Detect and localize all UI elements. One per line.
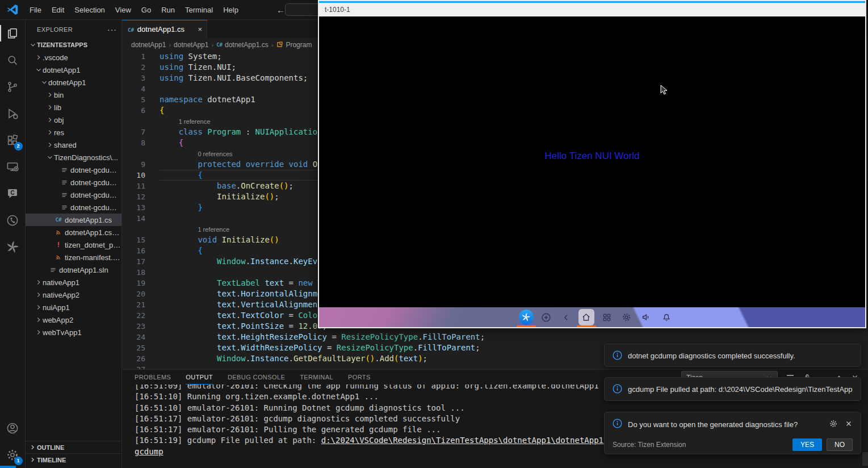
panel-tab-problems[interactable]: PROBLEMS: [135, 370, 171, 385]
folder-nuiapp1[interactable]: nuiApp1: [26, 301, 121, 314]
panel-scrollbar[interactable]: [862, 452, 868, 466]
file-dotnetapp1-csproj[interactable]: dotnetApp1.csproj: [26, 226, 121, 239]
notification-gcdump-complete[interactable]: dotnet gcdump diagnostics completed succ…: [604, 344, 861, 367]
tab-dotnetapp1-cs[interactable]: C# dotnetApp1.cs ×: [122, 20, 207, 38]
panel-tab-output[interactable]: OUTPUT: [186, 370, 213, 385]
menu-edit[interactable]: Edit: [47, 0, 69, 20]
folder-dotnetapp1[interactable]: dotnetApp1: [26, 76, 121, 89]
folder-tizentestapps[interactable]: TIZENTESTAPPS: [26, 39, 121, 51]
line-number: [122, 224, 160, 235]
line-number: 25: [122, 342, 160, 353]
line-number: 11: [122, 181, 160, 191]
taskbar-tizen-app-icon[interactable]: [519, 309, 534, 325]
extensions-badge: 2: [14, 142, 23, 151]
activity-source-control-icon[interactable]: [0, 73, 26, 100]
activity-accounts-icon[interactable]: [0, 415, 26, 441]
folder-res[interactable]: res: [26, 126, 121, 139]
emulator-taskbar: [319, 307, 865, 327]
breadcrumb-item-dotnetapp1[interactable]: dotnetApp1: [174, 41, 208, 49]
nav-back-button[interactable]: ←: [276, 5, 285, 15]
csharp-file-icon: C#: [128, 25, 134, 34]
activity-settings-icon[interactable]: 1: [0, 441, 26, 468]
file-dotnet-gcdump-[interactable]: dotnet-gcdump_...: [26, 176, 121, 189]
emulator-screen[interactable]: Hello Tizen NUI World: [319, 16, 865, 307]
panel-tab-terminal[interactable]: TERMINAL: [300, 370, 333, 385]
chevron-right-icon: [46, 116, 54, 124]
chevron-right-icon: [35, 53, 43, 61]
gcdump-path-link[interactable]: gcdump: [135, 447, 163, 456]
folder-nativeapp2[interactable]: nativeApp2: [26, 289, 121, 301]
folder-webapp2[interactable]: webApp2: [26, 314, 121, 326]
activity-run-and-debug-icon[interactable]: [0, 100, 26, 127]
yes-button[interactable]: YES: [792, 438, 822, 451]
lines-file-icon: [60, 179, 69, 186]
xml-file-icon: [54, 229, 63, 236]
activity-tizen-chat-icon[interactable]: C: [0, 180, 26, 207]
activity-tizen-extension-icon[interactable]: [0, 233, 26, 260]
file-dotnetapp1-sln[interactable]: dotnetApp1.sln: [26, 264, 121, 276]
emulator-title-bar[interactable]: t-1010-1: [319, 3, 865, 16]
section-timeline[interactable]: TIMELINE: [26, 453, 121, 466]
taskbar-settings-icon[interactable]: [619, 309, 634, 325]
tree-item-label: tizen-manifest.xml: [65, 253, 121, 262]
menu-terminal[interactable]: Terminal: [180, 0, 218, 20]
taskbar-volume-icon[interactable]: [639, 309, 654, 325]
folder-webtvapp1[interactable]: webTvApp1: [26, 326, 121, 339]
codelens-reference[interactable]: 1 reference: [179, 118, 211, 125]
breadcrumb-item-dotnetapp1[interactable]: dotnetApp1: [131, 41, 166, 49]
tree-item-label: dotnetApp1: [43, 66, 81, 74]
file-tizen-dotnet-proje-[interactable]: !tizen_dotnet_proje...: [26, 239, 121, 251]
status-bar-remote-indicator[interactable]: [0, 466, 16, 468]
menu-go[interactable]: Go: [136, 0, 156, 20]
breadcrumb-item-program[interactable]: Program: [276, 41, 312, 49]
codelens-reference[interactable]: 1 reference: [198, 226, 229, 233]
file-tizen-manifest-xml[interactable]: tizen-manifest.xml: [26, 251, 121, 264]
notification-file-pulled[interactable]: gcdump File pulled at path: d:\2024\VSCo…: [604, 377, 861, 401]
tree-item-label: dotnetApp1: [48, 78, 86, 87]
menu-view[interactable]: View: [110, 0, 136, 20]
notification-open-diagnostics[interactable]: Do you want to open the generated diagno…: [604, 412, 861, 454]
lines-file-icon: [60, 191, 69, 199]
taskbar-back-icon[interactable]: [559, 309, 573, 325]
folder-obj[interactable]: obj: [26, 114, 121, 126]
activity-extensions-icon[interactable]: 2: [0, 127, 26, 153]
file-dotnetapp1-cs[interactable]: C#dotnetApp1.cs: [26, 214, 121, 226]
tab-close-icon[interactable]: ×: [198, 25, 202, 34]
folder-lib[interactable]: lib: [26, 101, 121, 114]
menu-run[interactable]: Run: [156, 0, 180, 20]
activity-dependency-graph-icon[interactable]: [0, 207, 26, 233]
folder-tizendiagnostics-[interactable]: TizenDiagnostics\...: [26, 151, 121, 164]
menu-help[interactable]: Help: [218, 0, 244, 20]
folder-dotnetapp1[interactable]: dotnetApp1: [26, 64, 121, 76]
activity-explorer-icon[interactable]: [0, 20, 26, 47]
tizen-emulator-window[interactable]: t-1010-1 Hello Tizen NUI World: [318, 0, 866, 328]
activity-remote-device-manager-icon[interactable]: [0, 153, 26, 180]
activity-search-icon[interactable]: [0, 47, 26, 73]
line-number: 1: [122, 51, 160, 62]
taskbar-apps-icon[interactable]: [599, 309, 614, 325]
folder-bin[interactable]: bin: [26, 89, 121, 101]
panel-tab-ports[interactable]: PORTS: [348, 370, 371, 385]
section-outline[interactable]: OUTLINE: [26, 441, 121, 453]
taskbar-zoom-in-icon[interactable]: [539, 309, 553, 325]
folder-nativeapp1[interactable]: nativeApp1: [26, 276, 121, 289]
file-dotnet-gcdump-[interactable]: dotnet-gcdump_...: [26, 189, 121, 201]
file-dotnet-gcdump-[interactable]: dotnet-gcdump_...: [26, 201, 121, 214]
menu-selection[interactable]: Selection: [69, 0, 110, 20]
file-dotnet-gcdump-[interactable]: dotnet-gcdump_...: [26, 164, 121, 176]
folder--vscode[interactable]: .vscode: [26, 51, 121, 64]
no-button[interactable]: NO: [827, 438, 853, 451]
tree-item-label: res: [54, 128, 64, 137]
breadcrumb-item-dotnetapp1-cs[interactable]: C#dotnetApp1.cs: [216, 41, 269, 49]
codelens-reference[interactable]: 0 references: [198, 151, 232, 157]
notification-settings-gear-icon[interactable]: [829, 419, 838, 430]
taskbar-home-icon[interactable]: [578, 309, 594, 325]
taskbar-notifications-icon[interactable]: [659, 309, 674, 325]
panel-tab-debug-console[interactable]: DEBUG CONSOLE: [228, 370, 285, 385]
explorer-more-actions-button[interactable]: ···: [107, 25, 117, 34]
line-number: 10: [122, 170, 160, 181]
menu-file[interactable]: File: [24, 0, 47, 20]
line-number: 21: [122, 299, 160, 310]
folder-shared[interactable]: shared: [26, 139, 121, 151]
notification-close-icon[interactable]: [845, 420, 853, 429]
